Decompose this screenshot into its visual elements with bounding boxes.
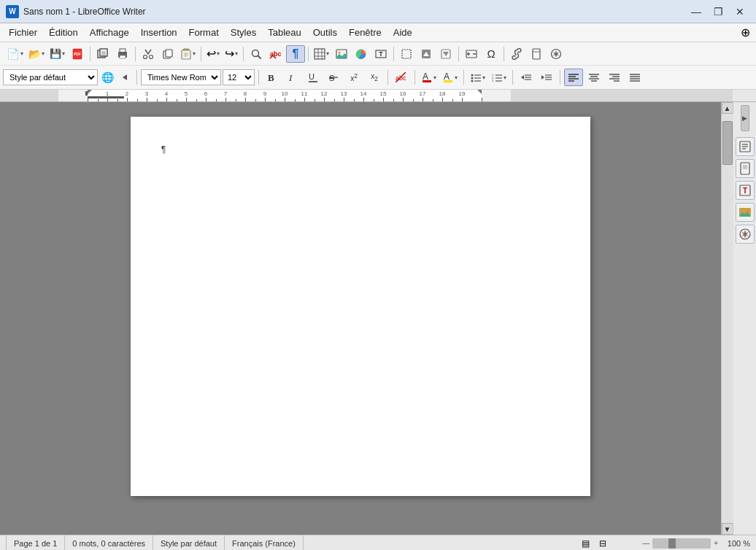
- highlight-button[interactable]: A ▾: [440, 69, 460, 86]
- style-globe-button[interactable]: 🌐: [99, 69, 115, 86]
- side-navigator-button[interactable]: [736, 225, 755, 244]
- font-name-dropdown[interactable]: Times New Roman Arial Calibri: [141, 69, 221, 85]
- paste-button[interactable]: ▾: [178, 45, 198, 63]
- undo-button[interactable]: ↩ ▾: [204, 45, 222, 63]
- nonprint-button[interactable]: ¶: [286, 45, 305, 63]
- open-button[interactable]: 📂 ▾: [26, 45, 47, 63]
- align-center-button[interactable]: [585, 69, 603, 86]
- side-gallery-button[interactable]: [736, 203, 755, 222]
- save-button[interactable]: 💾 ▾: [47, 45, 67, 63]
- svg-rect-41: [533, 49, 540, 59]
- obj-next-icon: [440, 48, 452, 60]
- close-button[interactable]: ✕: [730, 4, 750, 19]
- side-gallery-icon: [738, 206, 752, 219]
- separator-f7: [560, 70, 560, 85]
- omega-button[interactable]: Ω: [482, 45, 501, 63]
- menu-extra-icon[interactable]: ⊕: [741, 26, 753, 39]
- cut-button[interactable]: [139, 45, 158, 63]
- minimize-button[interactable]: —: [686, 4, 706, 19]
- svg-point-63: [471, 80, 474, 82]
- svg-rect-9: [120, 55, 126, 58]
- side-page-button[interactable]: [736, 159, 755, 178]
- side-styles-button[interactable]: [736, 137, 755, 156]
- collapse-panel-button[interactable]: ▶: [741, 105, 749, 131]
- strikethrough-button[interactable]: S: [324, 69, 343, 86]
- menu-edition[interactable]: Édition: [43, 26, 84, 39]
- justify-button[interactable]: [625, 69, 644, 86]
- svg-marker-71: [521, 75, 524, 80]
- redo-button[interactable]: ↪ ▾: [223, 45, 240, 63]
- document-page[interactable]: ¶: [131, 117, 590, 496]
- new-button[interactable]: 📄 ▾: [3, 45, 26, 63]
- side-navigator-icon: [738, 228, 752, 241]
- copy-button[interactable]: [158, 45, 177, 63]
- pdf-button[interactable]: PDF: [68, 45, 87, 63]
- strike-icon: S: [328, 72, 339, 82]
- print-button[interactable]: [113, 45, 132, 63]
- menu-tableau[interactable]: Tableau: [262, 26, 307, 39]
- ruler-row: [0, 90, 756, 102]
- textbox-button[interactable]: T: [371, 45, 390, 63]
- layout-multi-button[interactable]: ⊟: [595, 538, 610, 549]
- layout-single-button[interactable]: ▤: [578, 538, 593, 549]
- table-icon: [314, 48, 325, 60]
- maximize-button[interactable]: ❐: [708, 4, 728, 19]
- indent-decrease-button[interactable]: [517, 69, 536, 86]
- chart-button[interactable]: [352, 45, 371, 63]
- spellcheck-button[interactable]: abc: [266, 45, 285, 63]
- svg-rect-58: [444, 80, 452, 82]
- menu-fenetre[interactable]: Fenêtre: [343, 26, 387, 39]
- style-prev-button[interactable]: [117, 69, 133, 86]
- align-left-button[interactable]: [564, 69, 583, 86]
- document-area[interactable]: ¶: [0, 102, 721, 535]
- menu-styles[interactable]: Styles: [225, 26, 262, 39]
- menu-aide[interactable]: Aide: [387, 26, 418, 39]
- frame-button[interactable]: [397, 45, 416, 63]
- align-right-button[interactable]: [605, 69, 624, 86]
- scroll-down-arrow[interactable]: ▼: [722, 523, 733, 535]
- font-size-dropdown[interactable]: 12 10 11 14 16: [223, 69, 255, 85]
- zoom-slider[interactable]: [652, 538, 711, 549]
- font-color-button[interactable]: A ▾: [419, 69, 439, 86]
- remove-format-button[interactable]: abc: [392, 69, 411, 86]
- separator-f4: [414, 70, 415, 85]
- superscript-icon: x2: [350, 72, 358, 82]
- image-button[interactable]: [332, 45, 351, 63]
- underline-button[interactable]: U: [304, 69, 323, 86]
- svg-point-110: [744, 233, 747, 236]
- separator-f6: [512, 70, 513, 85]
- scroll-track[interactable]: [722, 114, 733, 523]
- field-button[interactable]: [462, 45, 481, 63]
- open-arrow: ▾: [42, 50, 45, 57]
- italic-button[interactable]: I: [283, 69, 302, 86]
- scroll-thumb[interactable]: [722, 121, 733, 165]
- numbering-button[interactable]: 1.2.3. ▾: [489, 69, 509, 86]
- style-dropdown[interactable]: Style par défaut Titre 1 Titre 2 Corps d…: [3, 69, 98, 85]
- menu-affichage[interactable]: Affichage: [84, 26, 135, 39]
- find-button[interactable]: [247, 45, 266, 63]
- obj-next-button[interactable]: [436, 45, 455, 63]
- menu-insertion[interactable]: Insertion: [135, 26, 183, 39]
- open-icon: 📂: [28, 48, 41, 60]
- table-button[interactable]: ▾: [312, 45, 331, 63]
- side-text-button[interactable]: T: [736, 181, 755, 200]
- scroll-up-arrow[interactable]: ▲: [722, 102, 733, 114]
- link-button[interactable]: [507, 45, 526, 63]
- superscript-button[interactable]: x2: [344, 69, 363, 86]
- menu-format[interactable]: Format: [183, 26, 225, 39]
- bold-button[interactable]: B: [263, 69, 282, 86]
- bullets-button[interactable]: ▾: [468, 69, 487, 86]
- navigator-button[interactable]: [547, 45, 566, 63]
- print-preview-button[interactable]: [93, 45, 112, 63]
- indent-increase-button[interactable]: [537, 69, 556, 86]
- obj-prev-button[interactable]: [417, 45, 436, 63]
- vertical-scrollbar[interactable]: ▲ ▼: [721, 102, 733, 535]
- menu-outils[interactable]: Outils: [307, 26, 343, 39]
- subscript-button[interactable]: x2: [365, 69, 384, 86]
- word-count: 0 mots, 0 caractères: [65, 535, 153, 550]
- menu-fichier[interactable]: Fichier: [3, 26, 43, 39]
- svg-rect-32: [402, 50, 411, 58]
- bookmark-button[interactable]: [527, 45, 546, 63]
- svg-rect-56: [423, 80, 431, 82]
- table-arrow: ▾: [326, 50, 329, 57]
